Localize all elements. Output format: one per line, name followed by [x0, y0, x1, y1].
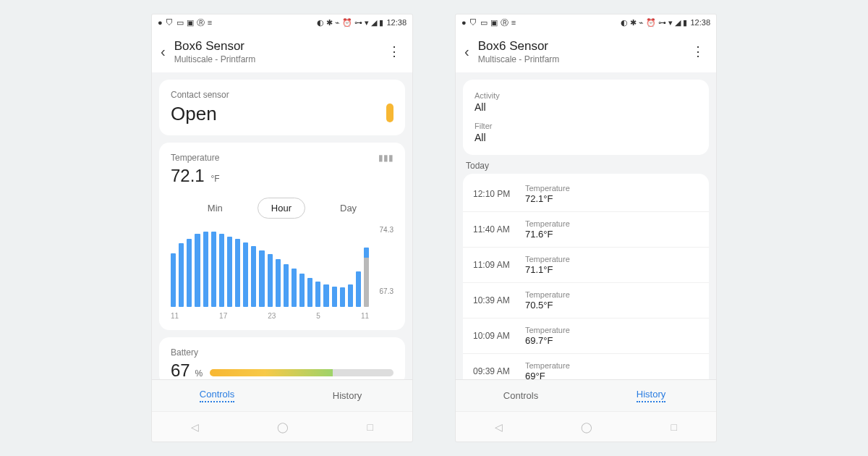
bottom-tabs: Controls History	[456, 379, 716, 411]
history-row[interactable]: 11:09 AMTemperature71.1°F	[463, 248, 709, 283]
status-bar: ●⛉▭▣Ⓡ≡ ◐ ✱ ⌁ ⏰ ⊶ ▾ ◢ ▮ 12:38	[152, 14, 412, 30]
x-axis: 111723511	[171, 312, 369, 320]
battery-card[interactable]: Battery 67 %	[159, 337, 405, 379]
tab-controls[interactable]: Controls	[456, 380, 586, 411]
segment-day[interactable]: Day	[327, 198, 370, 218]
chart-bar	[203, 232, 208, 307]
chart-bar	[243, 242, 248, 307]
history-row[interactable]: 10:39 AMTemperature70.5°F	[463, 283, 709, 318]
nav-home-icon[interactable]: ◯	[581, 421, 592, 433]
temperature-unit: °F	[210, 174, 219, 184]
history-metric-label: Temperature	[525, 255, 570, 263]
history-row[interactable]: 09:39 AMTemperature69°F	[463, 354, 709, 379]
history-row[interactable]: 12:10 PMTemperature72.1°F	[463, 177, 709, 212]
chart-bar	[227, 237, 232, 307]
history-time: 09:39 AM	[473, 366, 525, 376]
temperature-chart: 74.3 67.3 111723511	[171, 226, 393, 320]
history-row[interactable]: 10:09 AMTemperature69.7°F	[463, 318, 709, 354]
nav-recents-icon[interactable]: □	[367, 421, 373, 433]
history-metric-value: 71.1°F	[525, 264, 570, 275]
battery-value: 67	[171, 360, 190, 379]
battery-bar	[210, 369, 393, 376]
page-title: Box6 Sensor	[174, 39, 383, 54]
tab-history[interactable]: History	[586, 380, 716, 411]
chart-bar	[356, 271, 361, 307]
filter-filter[interactable]: Filter All	[475, 117, 697, 148]
battery-unit: %	[195, 368, 203, 379]
tab-controls[interactable]: Controls	[152, 380, 282, 411]
bottom-tabs: Controls History	[152, 379, 412, 411]
temperature-card[interactable]: Temperature ▮▮▮ 72.1 °F Min Hour Day 74.…	[159, 143, 405, 330]
page-title: Box6 Sensor	[478, 39, 687, 54]
chart-bar	[364, 248, 369, 307]
app-header: ‹ Box6 Sensor Multiscale - Printfarm ⋮	[456, 30, 716, 72]
history-time: 12:10 PM	[473, 189, 525, 199]
history-metric-value: 69.7°F	[525, 335, 570, 346]
chart-bar	[211, 232, 216, 307]
contact-card[interactable]: Contact sensor Open	[159, 80, 405, 135]
status-left-icons: ●⛉▭▣Ⓡ≡	[461, 19, 516, 27]
status-time: 12:38	[386, 19, 407, 27]
tab-history[interactable]: History	[282, 380, 412, 411]
history-metric-label: Temperature	[525, 326, 570, 334]
battery-label: Battery	[171, 347, 393, 358]
history-metric-value: 70.5°F	[525, 300, 570, 311]
segment-hour[interactable]: Hour	[258, 198, 305, 219]
filter-activity[interactable]: Activity All	[475, 87, 697, 117]
chart-bar	[340, 287, 345, 307]
more-icon[interactable]: ⋮	[687, 39, 707, 64]
nav-back-icon[interactable]: ◁	[495, 421, 503, 433]
phone-controls: ●⛉▭▣Ⓡ≡ ◐ ✱ ⌁ ⏰ ⊶ ▾ ◢ ▮ 12:38 ‹ Box6 Sens…	[152, 14, 412, 442]
chart-bar	[219, 234, 224, 307]
back-icon[interactable]: ‹	[161, 39, 171, 64]
history-list[interactable]: 12:10 PMTemperature72.1°F11:40 AMTempera…	[463, 174, 709, 379]
chart-bar	[323, 284, 328, 307]
history-metric-label: Temperature	[525, 290, 570, 299]
history-metric-label: Temperature	[525, 184, 570, 193]
history-section-header: Today	[463, 155, 709, 174]
more-icon[interactable]: ⋮	[383, 39, 404, 64]
history-metric-value: 71.6°F	[525, 229, 570, 240]
chart-bar	[179, 243, 184, 307]
temperature-label: Temperature	[171, 153, 219, 163]
chart-bar	[251, 246, 256, 307]
page-subtitle: Multiscale - Printfarm	[174, 54, 383, 64]
history-time: 10:09 AM	[473, 331, 525, 341]
chart-bar	[235, 239, 240, 307]
android-nav: ◁ ◯ □	[152, 411, 412, 442]
phone-history: ●⛉▭▣Ⓡ≡ ◐ ✱ ⌁ ⏰ ⊶ ▾ ◢ ▮ 12:38 ‹ Box6 Sens…	[456, 14, 716, 442]
segment-min[interactable]: Min	[195, 198, 236, 218]
chart-bar	[332, 287, 337, 307]
chart-bar	[276, 259, 281, 307]
chart-bar	[284, 264, 289, 307]
chart-bar	[268, 254, 273, 307]
page-subtitle: Multiscale - Printfarm	[478, 54, 687, 64]
chart-bar	[348, 284, 353, 307]
nav-recents-icon[interactable]: □	[671, 421, 676, 433]
history-time: 11:40 AM	[473, 224, 525, 235]
bar-chart-icon[interactable]: ▮▮▮	[378, 153, 393, 163]
history-row[interactable]: 11:40 AMTemperature71.6°F	[463, 212, 709, 248]
contact-status-icon	[386, 104, 393, 122]
history-metric-label: Temperature	[525, 219, 570, 228]
chart-bar	[187, 239, 192, 307]
nav-home-icon[interactable]: ◯	[277, 421, 289, 433]
time-range-segment: Min Hour Day	[171, 198, 393, 219]
history-metric-label: Temperature	[525, 361, 570, 370]
status-left-icons: ●⛉▭▣Ⓡ≡	[158, 19, 212, 27]
chart-bar	[307, 278, 312, 307]
app-header: ‹ Box6 Sensor Multiscale - Printfarm ⋮	[152, 30, 412, 72]
status-right-icons: ◐ ✱ ⌁ ⏰ ⊶ ▾ ◢ ▮ 12:38	[621, 19, 710, 27]
status-right-icons: ◐ ✱ ⌁ ⏰ ⊶ ▾ ◢ ▮ 12:38	[317, 19, 407, 27]
history-time: 11:09 AM	[473, 260, 525, 270]
history-time: 10:39 AM	[473, 295, 525, 305]
android-nav: ◁ ◯ □	[456, 411, 716, 442]
history-metric-value: 69°F	[525, 371, 570, 379]
chart-bar	[171, 253, 176, 307]
chart-bar	[292, 269, 297, 307]
back-icon[interactable]: ‹	[464, 39, 475, 64]
nav-back-icon[interactable]: ◁	[191, 421, 199, 433]
filter-card: Activity All Filter All	[463, 80, 709, 155]
chart-bar	[315, 282, 320, 307]
history-metric-value: 72.1°F	[525, 193, 570, 204]
